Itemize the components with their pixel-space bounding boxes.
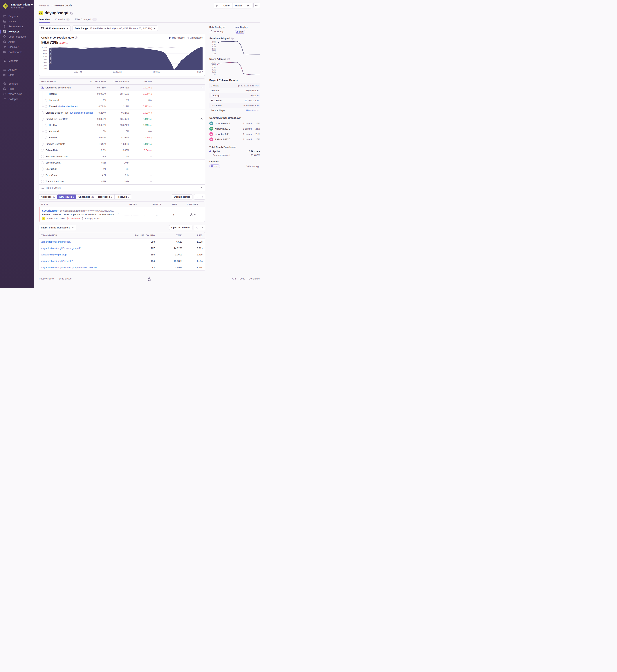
metric-radio[interactable] bbox=[45, 136, 47, 139]
oldest-button[interactable] bbox=[214, 3, 221, 8]
metric-row[interactable]: Error Count 4.3k 2.1k – bbox=[39, 172, 205, 178]
metric-radio[interactable] bbox=[41, 161, 44, 164]
org-switcher[interactable]: Empower Plant Jane Schmidt bbox=[0, 3, 34, 9]
metric-row[interactable]: Crashed User Rate 1.645% 1.533% 0.112%↓ bbox=[39, 141, 205, 147]
transaction-row[interactable]: /organizations/:orgId/issues/ 288 67.69 … bbox=[39, 238, 205, 245]
metric-row[interactable]: Abnormal 0% 0% 0% bbox=[39, 128, 205, 134]
breadcrumb-releases[interactable]: Releases bbox=[39, 4, 49, 7]
issues-tab[interactable]: New Issues1 bbox=[57, 195, 76, 199]
collapse-chevron-icon[interactable] bbox=[201, 87, 203, 89]
footer-link[interactable]: Docs bbox=[239, 277, 245, 280]
newer-button[interactable]: Newer bbox=[232, 3, 245, 8]
metric-issues-link[interactable]: (68 handled issues) bbox=[58, 105, 78, 108]
metric-row[interactable]: Crash Free User Rate 98.355% 98.467% 0.1… bbox=[39, 116, 205, 122]
help-circle-icon[interactable] bbox=[231, 37, 234, 40]
tab-files-changed[interactable]: Files Changed11 bbox=[75, 18, 97, 22]
sidebar-item-user-feedback[interactable]: User Feedback bbox=[0, 34, 34, 39]
footer-link[interactable]: Terms of Use bbox=[57, 277, 72, 280]
metric-row[interactable]: Abnormal 0% 0% 0% bbox=[39, 97, 205, 103]
chart-plot[interactable]: Release Created bbox=[49, 47, 203, 70]
prev-page-button[interactable] bbox=[194, 194, 200, 200]
help-circle-icon[interactable] bbox=[227, 58, 230, 60]
next-page-button[interactable] bbox=[200, 194, 205, 200]
metric-row[interactable]: Errored 4.697% 4.796% 0.099%↑ bbox=[39, 134, 205, 141]
older-button[interactable]: Older bbox=[221, 3, 232, 8]
legend-all-releases[interactable]: All Releases bbox=[188, 36, 203, 39]
tab-overview[interactable]: Overview bbox=[39, 18, 50, 22]
metric-row[interactable]: Session Duration p50 0ms 0ms – bbox=[39, 153, 205, 159]
transaction-row[interactable]: /organizations/:orgId/projects/ 154 10.0… bbox=[39, 258, 205, 264]
collapse-chevron-icon[interactable] bbox=[201, 118, 203, 120]
metric-row[interactable]: Healthy 93.658% 93.671% 0.013%↑ bbox=[39, 122, 205, 128]
metric-radio[interactable] bbox=[45, 93, 47, 95]
metric-row[interactable]: Failure Rate 0.6% 0.63% 0.04%↑ bbox=[39, 147, 205, 153]
transaction-link[interactable]: /organizations/:orgId/issues/ bbox=[41, 240, 127, 243]
sidebar-item-monitors[interactable]: Monitors bbox=[0, 58, 34, 63]
metric-radio[interactable] bbox=[41, 118, 44, 120]
issues-tab[interactable]: All Issues90 bbox=[39, 195, 57, 199]
metric-radio[interactable] bbox=[41, 155, 44, 158]
sidebar-item-settings[interactable]: Settings bbox=[0, 81, 34, 86]
open-in-discover-button[interactable]: Open in Discover bbox=[169, 225, 192, 230]
issues-tab[interactable]: Regressed1 bbox=[96, 195, 115, 199]
transaction-link[interactable]: /onboarding/:orgId/:step/ bbox=[41, 253, 127, 256]
hide-others-row[interactable]: Hide 4 Others bbox=[39, 185, 205, 191]
legend-this-release[interactable]: This Release bbox=[169, 36, 185, 39]
metric-radio[interactable] bbox=[45, 130, 47, 133]
sidebar-item-projects[interactable]: Projects bbox=[0, 14, 34, 19]
sidebar-collapse-button[interactable]: Collapse bbox=[0, 96, 34, 102]
prev-page-button[interactable] bbox=[194, 225, 200, 230]
sidebar-item-dashboards[interactable]: Dashboards bbox=[0, 49, 34, 55]
metric-row[interactable]: Healthy 99.022% 98.456% 0.566%↓ bbox=[39, 91, 205, 97]
metric-radio[interactable] bbox=[41, 111, 44, 114]
issue-title-link[interactable]: SecurityError bbox=[42, 209, 58, 212]
tab-commits[interactable]: Commits4 bbox=[55, 18, 70, 22]
assignee-selector[interactable] bbox=[182, 213, 203, 216]
metric-row[interactable]: Crash Free Session Rate 99.766% 99.673% … bbox=[39, 85, 205, 91]
metric-radio[interactable] bbox=[41, 167, 44, 171]
transaction-row[interactable]: /onboarding/:orgId/:step/ 186 1.0609 2.4… bbox=[39, 251, 205, 258]
metric-issues-link[interactable]: (26 unhandled issues) bbox=[70, 111, 93, 114]
sidebar-item-releases[interactable]: Releases bbox=[0, 29, 34, 34]
transactions-filter[interactable]: Filter: Failing Transactions bbox=[39, 225, 76, 230]
transaction-row[interactable]: /organizations/:orgId/issues/:groupId/ 1… bbox=[39, 245, 205, 251]
next-page-button[interactable] bbox=[200, 225, 205, 230]
sidebar-item-discover[interactable]: Discover bbox=[0, 44, 34, 49]
sidebar-item-stats[interactable]: Stats bbox=[0, 72, 34, 77]
deploy-env-badge[interactable]: prod bbox=[235, 30, 245, 34]
open-in-issues-button[interactable]: Open in Issues bbox=[172, 194, 192, 200]
metric-row[interactable]: Transaction Count 457k 194k – bbox=[39, 178, 205, 185]
sidebar-item-issues[interactable]: Issues bbox=[0, 19, 34, 24]
transaction-row[interactable]: /organizations/:orgId/issues/:groupId/ev… bbox=[39, 264, 205, 271]
metric-radio[interactable] bbox=[45, 99, 47, 101]
metric-radio[interactable] bbox=[41, 149, 44, 152]
date-range-filter[interactable]: Date Range: Entire Release Period (Apr 0… bbox=[72, 25, 158, 31]
footer-link[interactable]: Privacy Policy bbox=[39, 277, 54, 280]
metric-radio[interactable] bbox=[41, 180, 44, 183]
sidebar-item-whats-new[interactable]: What's new bbox=[0, 91, 34, 96]
issue-row[interactable]: SecurityError getCookie(data:text/html,%… bbox=[39, 207, 205, 222]
metric-row[interactable]: Errored (68 handled issues) 0.744% 1.217… bbox=[39, 103, 205, 109]
more-options-button[interactable] bbox=[253, 3, 260, 8]
metric-radio[interactable] bbox=[41, 174, 44, 177]
sidebar-item-activity[interactable]: Activity bbox=[0, 67, 34, 72]
metric-radio[interactable] bbox=[41, 86, 44, 89]
issues-tab[interactable]: Unhandled26 bbox=[76, 195, 96, 199]
footer-link[interactable]: API bbox=[232, 277, 236, 280]
transaction-link[interactable]: /organizations/:orgId/projects/ bbox=[41, 260, 127, 262]
sidebar-item-performance[interactable]: Performance bbox=[0, 24, 34, 29]
sidebar-item-help[interactable]: Help bbox=[0, 86, 34, 91]
metric-radio[interactable] bbox=[41, 142, 44, 145]
help-circle-icon[interactable] bbox=[75, 36, 77, 39]
issues-tab[interactable]: Resolved0 bbox=[115, 195, 131, 199]
transaction-link[interactable]: /organizations/:orgId/issues/:groupId/ bbox=[41, 247, 127, 250]
newest-button[interactable] bbox=[245, 3, 252, 8]
metric-radio[interactable] bbox=[45, 124, 47, 126]
sidebar-item-alerts[interactable]: Alerts bbox=[0, 39, 34, 44]
metric-row[interactable]: Crashed Session Rate (26 unhandled issue… bbox=[39, 109, 205, 116]
metric-radio[interactable] bbox=[45, 105, 47, 108]
deploy-env-badge[interactable]: prod bbox=[209, 164, 220, 168]
copy-icon[interactable] bbox=[70, 12, 73, 15]
environment-filter[interactable]: All Environments bbox=[39, 25, 71, 31]
footer-link[interactable]: Contribute bbox=[249, 277, 260, 280]
